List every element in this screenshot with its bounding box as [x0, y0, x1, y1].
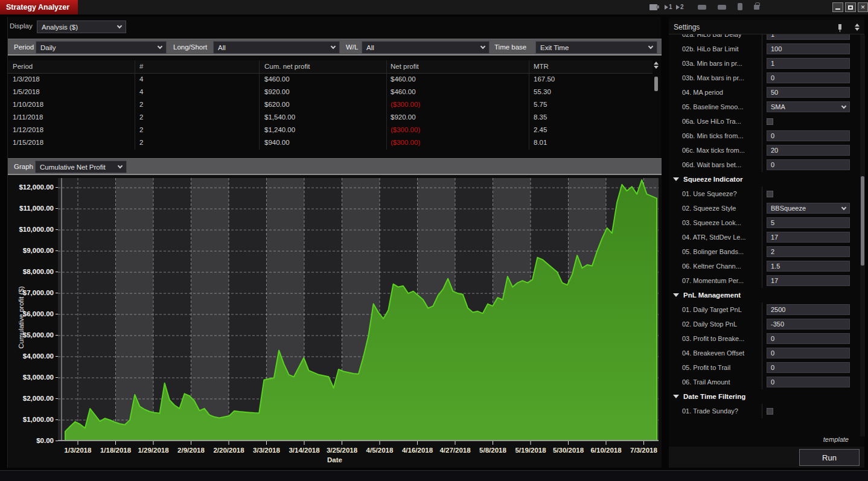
export-window-icon[interactable]: [649, 2, 657, 11]
time-base-dropdown[interactable]: Exit Time: [535, 41, 657, 54]
settings-section-header[interactable]: Date Time Filtering: [669, 389, 860, 404]
settings-section-header[interactable]: PnL Management: [669, 288, 860, 302]
minimize-button[interactable]: [832, 2, 843, 12]
y-tick-label: $10,000.00: [8, 226, 59, 233]
wl-dropdown[interactable]: All: [362, 41, 490, 54]
settings-spinner[interactable]: [855, 24, 860, 31]
toggle-bar-icon[interactable]: [698, 2, 706, 11]
table-cell: $460.00: [391, 88, 416, 95]
settings-row: 02. Squeeze StyleBBSqueeze: [669, 201, 860, 215]
lock-icon[interactable]: [754, 1, 759, 10]
maximize-button[interactable]: [845, 2, 856, 12]
table-cell: 1/5/2018: [13, 88, 40, 95]
setting-label: 05. Baseline Smoo...: [669, 103, 762, 110]
title-bar: Strategy Analyzer 1 2 ✕: [0, 0, 868, 14]
window-title: Strategy Analyzer: [6, 3, 69, 11]
window-title-tab[interactable]: Strategy Analyzer: [0, 0, 78, 14]
settings-input[interactable]: 0: [767, 333, 850, 344]
settings-input[interactable]: 1.5: [767, 261, 850, 272]
table-row[interactable]: 1/5/20184$920.00$460.0055.30: [8, 86, 653, 99]
collapse-triangle-icon: [673, 177, 679, 181]
settings-input[interactable]: 0: [767, 159, 850, 170]
table-cell: $460.00: [264, 75, 290, 83]
settings-input[interactable]: 100: [767, 43, 850, 54]
chevron-down-icon: [648, 44, 653, 49]
column-header-net-profit[interactable]: Net profit: [391, 63, 419, 70]
settings-input[interactable]: 1: [767, 58, 850, 69]
setting-label: 01. Use Squeeze?: [669, 190, 762, 197]
run-button[interactable]: Run: [799, 449, 860, 466]
y-tick-label: $6,000.00: [8, 310, 59, 317]
cumulative-profit-chart: Cumulative profit ($) $0.00$1,000.00$2,0…: [8, 175, 662, 468]
settings-checkbox[interactable]: [767, 191, 773, 197]
settings-row: 04. Breakeven Offset0: [669, 346, 860, 360]
column-header-mtr[interactable]: MTR: [534, 63, 549, 70]
settings-scrollbar-thumb[interactable]: [861, 176, 864, 266]
column-header-period[interactable]: Period: [13, 63, 33, 70]
settings-column-divider: [762, 360, 762, 375]
long-short-dropdown[interactable]: All: [213, 41, 340, 54]
chevron-down-icon: [117, 24, 122, 28]
table-row[interactable]: 1/11/20182$1,540.00$920.008.35: [8, 112, 653, 124]
settings-input[interactable]: 20: [767, 145, 850, 156]
x-tick-label: 5/30/2018: [553, 447, 584, 454]
settings-row: 02b. HiLo Bar Limit100: [669, 42, 860, 56]
settings-input[interactable]: 50: [767, 87, 850, 98]
settings-input[interactable]: 0: [767, 130, 850, 141]
settings-row: 03b. Max bars in pr...0: [669, 71, 860, 85]
chevron-down-icon: [841, 103, 846, 108]
link-bar-icon[interactable]: [718, 2, 726, 11]
settings-column-divider: [762, 42, 762, 56]
settings-input[interactable]: 0: [767, 377, 850, 387]
y-tick-label: $1,000.00: [8, 416, 59, 423]
setting-label: 05. Bolinger Bands...: [669, 248, 762, 255]
settings-checkbox[interactable]: [767, 118, 773, 125]
settings-column-divider: [762, 244, 762, 259]
table-row[interactable]: 1/3/20184$460.00$460.00167.50: [8, 74, 653, 86]
table-row[interactable]: 1/12/20182$1,240.00($300.00)2.45: [8, 124, 653, 137]
settings-input[interactable]: 17: [767, 275, 850, 286]
settings-input[interactable]: 17: [767, 232, 850, 243]
y-tick-label: $7,000.00: [8, 289, 59, 296]
x-tick-label: 4/27/2018: [439, 447, 470, 454]
column-header-cum-net-profit[interactable]: Cum. net profit: [264, 63, 310, 70]
settings-row: 02a. HiLo Bar Delay1: [669, 34, 860, 42]
settings-input[interactable]: 5: [767, 217, 850, 228]
period-dropdown[interactable]: Daily: [36, 41, 167, 54]
settings-column-divider: [762, 201, 762, 215]
column-header--[interactable]: #: [139, 63, 143, 70]
device-icon[interactable]: [738, 2, 742, 11]
filter-strip: Period Daily Long/Short All W/L All Time…: [8, 39, 662, 56]
x-tick-label: 4/16/2018: [402, 447, 433, 454]
close-button[interactable]: ✕: [858, 2, 868, 12]
settings-dropdown[interactable]: SMA: [767, 101, 850, 112]
table-scrollbar-thumb[interactable]: [654, 77, 658, 91]
table-row[interactable]: 1/10/20182$620.00($300.00)5.75: [8, 99, 653, 112]
table-scroll-spinner[interactable]: [654, 62, 659, 69]
settings-checkbox[interactable]: [767, 408, 773, 415]
pin-icon[interactable]: [838, 24, 841, 30]
settings-row: 01. Daily Target PnL2500: [669, 302, 860, 317]
settings-input[interactable]: 1: [767, 34, 850, 40]
table-header: Period#Cum. net profitNet profitMTR: [8, 60, 653, 74]
template-link[interactable]: template: [823, 436, 849, 443]
play-one-icon[interactable]: 1: [665, 2, 672, 11]
settings-input[interactable]: 0: [767, 348, 850, 358]
maximize-icon: [848, 5, 853, 10]
settings-input[interactable]: 2500: [767, 304, 850, 315]
table-row[interactable]: 1/15/20182$940.00($300.00)8.01: [8, 137, 653, 150]
table-cell: 167.50: [534, 75, 555, 83]
settings-input[interactable]: 0: [767, 362, 850, 373]
settings-input[interactable]: 0: [767, 72, 850, 83]
table-cell: $1,540.00: [264, 113, 295, 121]
graph-dropdown[interactable]: Cumulative Net Profit: [35, 161, 127, 173]
graph-strip: Graph Cumulative Net Profit: [8, 158, 662, 175]
table-cell: 8.01: [534, 139, 547, 146]
display-dropdown[interactable]: Analysis ($): [37, 21, 126, 33]
play-two-icon[interactable]: 2: [676, 2, 684, 11]
settings-dropdown[interactable]: BBSqueeze: [767, 203, 850, 214]
settings-section-header[interactable]: Squeeze Indicator: [669, 172, 860, 186]
setting-label: 02b. HiLo Bar Limit: [669, 45, 762, 53]
settings-input[interactable]: -350: [767, 319, 850, 330]
settings-input[interactable]: 2: [767, 246, 850, 257]
